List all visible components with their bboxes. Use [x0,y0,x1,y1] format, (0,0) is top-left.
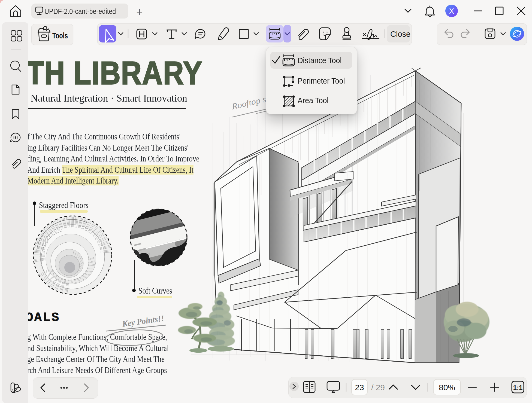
svg-text:1:1: 1:1 [513,384,523,391]
svg-text:Tools: Tools [52,31,68,40]
svg-text:/ 29: / 29 [371,383,385,392]
svg-text:X: X [449,7,454,15]
svg-text:Rooftop s: Rooftop s [231,94,267,111]
svg-text:23: 23 [355,383,364,392]
svg-text:80%: 80% [439,383,455,392]
